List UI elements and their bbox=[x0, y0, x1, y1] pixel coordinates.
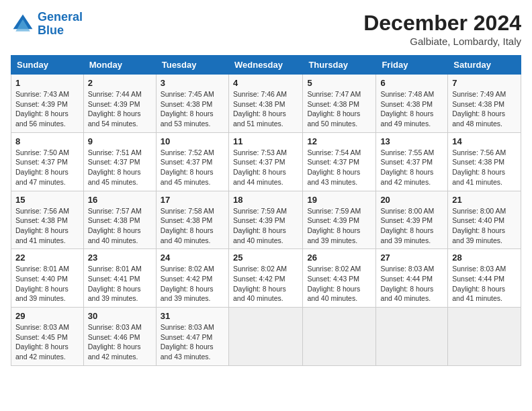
day-number: 10 bbox=[161, 136, 224, 146]
logo-general: General bbox=[38, 10, 83, 24]
day-info: Sunrise: 8:02 AMSunset: 4:42 PMDaylight:… bbox=[161, 264, 224, 304]
calendar-week-5: 29Sunrise: 8:03 AMSunset: 4:45 PMDayligh… bbox=[11, 308, 521, 366]
day-info: Sunrise: 8:03 AMSunset: 4:44 PMDaylight:… bbox=[380, 264, 443, 304]
day-info: Sunrise: 7:50 AMSunset: 4:37 PMDaylight:… bbox=[15, 148, 79, 187]
day-number: 2 bbox=[88, 78, 152, 88]
day-info: Sunrise: 7:46 AMSunset: 4:38 PMDaylight:… bbox=[233, 89, 298, 129]
logo-blue: Blue bbox=[38, 24, 64, 37]
day-number: 21 bbox=[452, 195, 517, 205]
calendar-cell: 18Sunrise: 7:59 AMSunset: 4:39 PMDayligh… bbox=[228, 191, 302, 249]
day-number: 11 bbox=[233, 136, 298, 146]
day-info: Sunrise: 8:00 AMSunset: 4:39 PMDaylight:… bbox=[380, 206, 443, 246]
calendar-cell: 28Sunrise: 8:03 AMSunset: 4:44 PMDayligh… bbox=[448, 249, 521, 308]
day-header-sunday: Sunday bbox=[11, 56, 84, 75]
day-info: Sunrise: 8:03 AMSunset: 4:45 PMDaylight:… bbox=[15, 322, 79, 362]
calendar-cell: 4Sunrise: 7:46 AMSunset: 4:38 PMDaylight… bbox=[228, 75, 302, 133]
day-header-friday: Friday bbox=[376, 56, 448, 75]
day-info: Sunrise: 7:48 AMSunset: 4:38 PMDaylight:… bbox=[380, 89, 443, 129]
calendar-cell: 27Sunrise: 8:03 AMSunset: 4:44 PMDayligh… bbox=[376, 249, 448, 308]
day-info: Sunrise: 8:02 AMSunset: 4:42 PMDaylight:… bbox=[233, 264, 298, 304]
calendar-cell: 30Sunrise: 8:03 AMSunset: 4:46 PMDayligh… bbox=[83, 308, 156, 366]
calendar-cell: 21Sunrise: 8:00 AMSunset: 4:40 PMDayligh… bbox=[448, 191, 521, 249]
calendar-cell: 15Sunrise: 7:56 AMSunset: 4:38 PMDayligh… bbox=[11, 191, 84, 249]
day-info: Sunrise: 7:47 AMSunset: 4:38 PMDaylight:… bbox=[307, 89, 371, 129]
day-number: 17 bbox=[161, 195, 224, 205]
calendar-header-row: SundayMondayTuesdayWednesdayThursdayFrid… bbox=[11, 56, 521, 75]
day-number: 15 bbox=[15, 195, 79, 205]
day-header-monday: Monday bbox=[83, 56, 156, 75]
day-number: 12 bbox=[307, 136, 371, 146]
day-info: Sunrise: 7:45 AMSunset: 4:38 PMDaylight:… bbox=[161, 89, 224, 129]
day-number: 13 bbox=[380, 136, 443, 146]
day-info: Sunrise: 8:03 AMSunset: 4:44 PMDaylight:… bbox=[452, 264, 517, 304]
day-number: 5 bbox=[307, 78, 371, 88]
day-info: Sunrise: 8:01 AMSunset: 4:40 PMDaylight:… bbox=[15, 264, 79, 304]
day-info: Sunrise: 7:59 AMSunset: 4:39 PMDaylight:… bbox=[307, 206, 371, 246]
calendar-cell: 13Sunrise: 7:55 AMSunset: 4:37 PMDayligh… bbox=[376, 132, 448, 191]
day-info: Sunrise: 7:54 AMSunset: 4:37 PMDaylight:… bbox=[307, 148, 371, 187]
logo: General Blue bbox=[11, 11, 83, 38]
day-number: 30 bbox=[88, 311, 152, 321]
day-info: Sunrise: 8:03 AMSunset: 4:47 PMDaylight:… bbox=[161, 322, 224, 362]
day-info: Sunrise: 7:58 AMSunset: 4:38 PMDaylight:… bbox=[161, 206, 224, 246]
day-info: Sunrise: 7:51 AMSunset: 4:37 PMDaylight:… bbox=[88, 148, 152, 187]
calendar-cell: 5Sunrise: 7:47 AMSunset: 4:38 PMDaylight… bbox=[303, 75, 376, 133]
calendar-cell: 6Sunrise: 7:48 AMSunset: 4:38 PMDaylight… bbox=[376, 75, 448, 133]
calendar-cell: 23Sunrise: 8:01 AMSunset: 4:41 PMDayligh… bbox=[83, 249, 156, 308]
calendar-week-4: 22Sunrise: 8:01 AMSunset: 4:40 PMDayligh… bbox=[11, 249, 521, 308]
day-info: Sunrise: 7:56 AMSunset: 4:38 PMDaylight:… bbox=[452, 148, 517, 187]
day-info: Sunrise: 7:52 AMSunset: 4:37 PMDaylight:… bbox=[161, 148, 224, 187]
day-number: 29 bbox=[15, 311, 79, 321]
day-number: 6 bbox=[380, 78, 443, 88]
calendar-cell bbox=[303, 308, 376, 366]
calendar-cell: 7Sunrise: 7:49 AMSunset: 4:38 PMDaylight… bbox=[448, 75, 521, 133]
calendar-cell: 1Sunrise: 7:43 AMSunset: 4:39 PMDaylight… bbox=[11, 75, 84, 133]
day-header-tuesday: Tuesday bbox=[156, 56, 228, 75]
day-info: Sunrise: 7:56 AMSunset: 4:38 PMDaylight:… bbox=[15, 206, 79, 246]
calendar-cell: 22Sunrise: 8:01 AMSunset: 4:40 PMDayligh… bbox=[11, 249, 84, 308]
day-info: Sunrise: 7:43 AMSunset: 4:39 PMDaylight:… bbox=[15, 89, 79, 129]
day-number: 4 bbox=[233, 78, 298, 88]
day-number: 1 bbox=[15, 78, 79, 88]
calendar-cell: 10Sunrise: 7:52 AMSunset: 4:37 PMDayligh… bbox=[156, 132, 228, 191]
calendar-week-1: 1Sunrise: 7:43 AMSunset: 4:39 PMDaylight… bbox=[11, 75, 521, 133]
calendar: SundayMondayTuesdayWednesdayThursdayFrid… bbox=[11, 55, 521, 366]
day-info: Sunrise: 8:03 AMSunset: 4:46 PMDaylight:… bbox=[88, 322, 152, 362]
day-info: Sunrise: 8:01 AMSunset: 4:41 PMDaylight:… bbox=[88, 264, 152, 304]
logo-text: General Blue bbox=[38, 11, 83, 38]
day-number: 26 bbox=[307, 253, 371, 263]
calendar-cell: 17Sunrise: 7:58 AMSunset: 4:38 PMDayligh… bbox=[156, 191, 228, 249]
calendar-cell: 29Sunrise: 8:03 AMSunset: 4:45 PMDayligh… bbox=[11, 308, 84, 366]
day-number: 9 bbox=[88, 136, 152, 146]
calendar-cell: 19Sunrise: 7:59 AMSunset: 4:39 PMDayligh… bbox=[303, 191, 376, 249]
day-number: 28 bbox=[452, 253, 517, 263]
day-number: 18 bbox=[233, 195, 298, 205]
calendar-cell: 24Sunrise: 8:02 AMSunset: 4:42 PMDayligh… bbox=[156, 249, 228, 308]
calendar-week-2: 8Sunrise: 7:50 AMSunset: 4:37 PMDaylight… bbox=[11, 132, 521, 191]
day-number: 23 bbox=[88, 253, 152, 263]
calendar-cell: 26Sunrise: 8:02 AMSunset: 4:43 PMDayligh… bbox=[303, 249, 376, 308]
day-number: 7 bbox=[452, 78, 517, 88]
day-info: Sunrise: 8:02 AMSunset: 4:43 PMDaylight:… bbox=[307, 264, 371, 304]
day-header-wednesday: Wednesday bbox=[228, 56, 302, 75]
day-info: Sunrise: 7:49 AMSunset: 4:38 PMDaylight:… bbox=[452, 89, 517, 129]
day-info: Sunrise: 8:00 AMSunset: 4:40 PMDaylight:… bbox=[452, 206, 517, 246]
calendar-cell: 25Sunrise: 8:02 AMSunset: 4:42 PMDayligh… bbox=[228, 249, 302, 308]
location: Galbiate, Lombardy, Italy bbox=[363, 36, 521, 47]
calendar-cell: 16Sunrise: 7:57 AMSunset: 4:38 PMDayligh… bbox=[83, 191, 156, 249]
day-info: Sunrise: 7:55 AMSunset: 4:37 PMDaylight:… bbox=[380, 148, 443, 187]
calendar-cell: 11Sunrise: 7:53 AMSunset: 4:37 PMDayligh… bbox=[228, 132, 302, 191]
month-title: December 2024 bbox=[363, 11, 521, 36]
day-number: 16 bbox=[88, 195, 152, 205]
calendar-cell: 12Sunrise: 7:54 AMSunset: 4:37 PMDayligh… bbox=[303, 132, 376, 191]
day-info: Sunrise: 7:59 AMSunset: 4:39 PMDaylight:… bbox=[233, 206, 298, 246]
day-info: Sunrise: 7:53 AMSunset: 4:37 PMDaylight:… bbox=[233, 148, 298, 187]
day-number: 22 bbox=[15, 253, 79, 263]
day-header-thursday: Thursday bbox=[303, 56, 376, 75]
day-number: 31 bbox=[161, 311, 224, 321]
calendar-cell: 8Sunrise: 7:50 AMSunset: 4:37 PMDaylight… bbox=[11, 132, 84, 191]
day-number: 25 bbox=[233, 253, 298, 263]
day-number: 3 bbox=[161, 78, 224, 88]
calendar-cell: 2Sunrise: 7:44 AMSunset: 4:39 PMDaylight… bbox=[83, 75, 156, 133]
calendar-week-3: 15Sunrise: 7:56 AMSunset: 4:38 PMDayligh… bbox=[11, 191, 521, 249]
